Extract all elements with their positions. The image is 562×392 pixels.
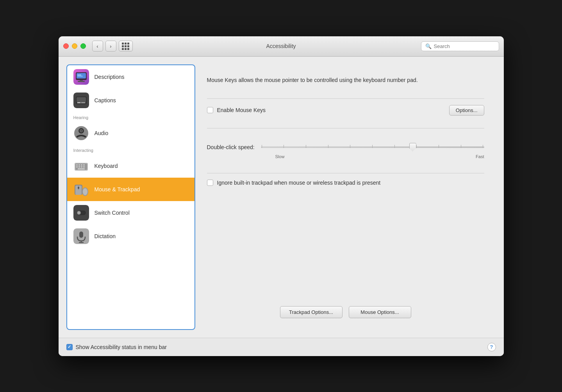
svg-rect-20 [79,164,80,166]
slider-section: Double-click speed: [207,143,484,159]
slider-labels: Slow Fast [207,154,484,159]
ignore-trackpad-row: Ignore built-in trackpad when mouse or w… [207,180,484,186]
show-accessibility-checkbox[interactable] [66,344,73,350]
sidebar-item-captions[interactable]: Captions [67,89,194,112]
checkbox-left: Enable Mouse Keys [207,107,266,113]
slider-slow-label: Slow [275,154,285,159]
svg-rect-31 [78,187,79,189]
titlebar: ‹ › Accessibility 🔍 [59,36,504,57]
captions-icon [73,93,89,108]
minimize-button[interactable] [72,43,77,49]
description-text: Mouse Keys allows the mouse pointer to b… [207,76,484,84]
svg-rect-19 [76,164,78,166]
maximize-button[interactable] [80,43,86,49]
svg-rect-23 [76,166,78,167]
svg-rect-21 [81,164,82,166]
svg-point-16 [80,130,82,132]
slider-track [261,146,484,148]
ignore-trackpad-label: Ignore built-in trackpad when mouse or w… [217,180,381,186]
svg-point-33 [83,188,87,195]
sidebar-item-descriptions-label: Descriptions [95,74,125,80]
search-input[interactable] [434,43,495,49]
traffic-lights [63,43,86,49]
divider-3 [207,173,484,173]
ignore-trackpad-checkbox[interactable] [207,180,213,186]
slider-row: Double-click speed: [207,143,484,152]
double-click-speed-label: Double-click speed: [207,144,255,150]
svg-rect-11 [77,102,80,103]
mouse-options-button[interactable]: Mouse Options... [349,306,411,318]
sidebar-item-mouse-trackpad[interactable]: Mouse & Trackpad [67,178,194,201]
close-button[interactable] [63,43,69,49]
dictation-icon [73,228,89,244]
bottom-bar: Show Accessibility status in menu bar ? [59,338,504,356]
sidebar-item-captions-label: Captions [95,97,116,103]
grid-view-button[interactable] [119,41,133,52]
forward-button[interactable]: › [105,41,116,52]
search-icon: 🔍 [425,43,432,49]
descriptions-icon [73,69,89,85]
svg-rect-26 [83,166,85,167]
help-button[interactable]: ? [487,343,496,351]
sidebar-item-audio-label: Audio [95,130,109,136]
svg-rect-3 [77,75,81,75]
sidebar-item-audio[interactable]: Audio [67,121,194,145]
show-accessibility-row: Show Accessibility status in menu bar [66,344,167,350]
enable-mouse-keys-row: Enable Mouse Keys Options... [207,105,484,116]
enable-mouse-keys-checkbox[interactable] [207,107,213,113]
section-hearing: Hearing [67,112,194,121]
slider-wrapper [261,143,484,152]
svg-rect-25 [81,166,82,167]
divider-1 [207,98,484,99]
slider-fast-label: Fast [476,154,484,159]
svg-rect-6 [80,80,83,82]
grid-icon [122,43,129,50]
mouse-trackpad-icon [73,182,89,197]
svg-rect-22 [83,164,85,166]
window: ‹ › Accessibility 🔍 [59,36,504,356]
divider-2 [207,128,484,128]
spacer [207,192,484,298]
sidebar-item-descriptions[interactable]: Descriptions [67,65,194,89]
nav-buttons: ‹ › [92,41,116,52]
window-title: Accessibility [266,43,296,49]
svg-rect-4 [77,76,83,77]
sidebar-item-dictation[interactable]: Dictation [67,225,194,248]
show-accessibility-label: Show Accessibility status in menu bar [76,344,167,350]
sidebar-item-keyboard-label: Keyboard [95,163,118,169]
switch-control-icon [73,205,89,221]
content-area: Descriptions Captions Hearing [59,57,504,338]
section-interacting: Interacting [67,145,194,154]
svg-rect-9 [77,97,86,102]
search-bar[interactable]: 🔍 [421,41,499,51]
trackpad-options-button[interactable]: Trackpad Options... [280,306,343,318]
sidebar-item-switch-control-label: Switch Control [95,210,130,216]
bottom-buttons: Trackpad Options... Mouse Options... [207,298,484,322]
main-panel: Mouse Keys allows the mouse pointer to b… [195,64,496,330]
audio-icon [73,125,89,141]
back-button[interactable]: ‹ [92,41,103,52]
sidebar-item-keyboard[interactable]: Keyboard [67,154,194,178]
options-button[interactable]: Options... [449,105,484,116]
enable-mouse-keys-label: Enable Mouse Keys [217,107,266,113]
svg-rect-27 [78,168,85,169]
svg-rect-12 [81,102,85,103]
sidebar-item-switch-control[interactable]: Switch Control [67,201,194,225]
sidebar: Descriptions Captions Hearing [66,64,195,330]
slider-thumb[interactable] [409,143,416,151]
svg-point-37 [78,212,80,214]
keyboard-icon [73,158,89,174]
svg-rect-39 [79,232,83,238]
svg-rect-24 [79,166,80,167]
sidebar-item-dictation-label: Dictation [95,233,116,239]
sidebar-item-mouse-trackpad-label: Mouse & Trackpad [95,186,140,192]
